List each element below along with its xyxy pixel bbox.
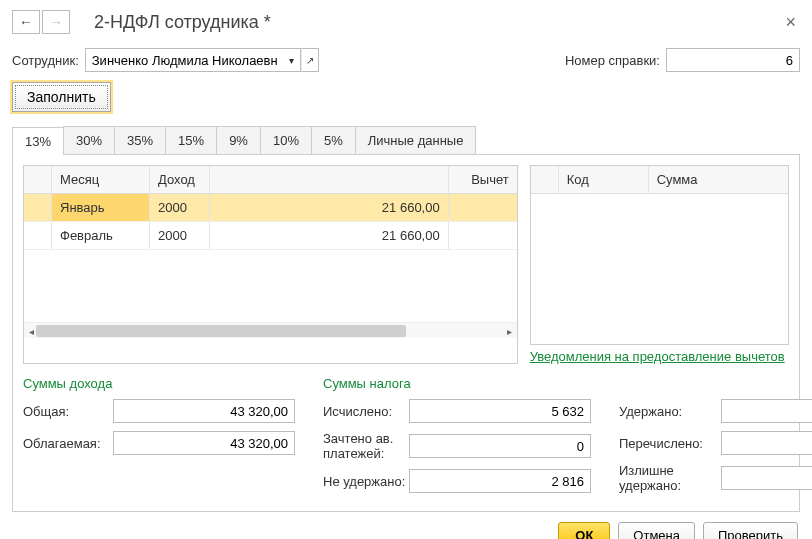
taxable-income-label: Облагаемая: — [23, 436, 113, 451]
horizontal-scrollbar[interactable]: ◂ ▸ — [24, 322, 517, 338]
chevron-down-icon: ▾ — [289, 55, 294, 66]
titlebar: ← → 2-НДФЛ сотрудника * × — [12, 10, 800, 34]
close-icon[interactable]: × — [781, 12, 800, 33]
grid-header-blank — [24, 166, 52, 193]
tax-withheld-input[interactable] — [721, 399, 812, 423]
arrow-right-icon: → — [49, 14, 63, 30]
grid-header-sum: Сумма — [649, 166, 788, 193]
tax-excess-input[interactable] — [721, 466, 812, 490]
employee-label: Сотрудник: — [12, 53, 79, 68]
check-button[interactable]: Проверить — [703, 522, 798, 539]
cell-code: 2000 — [150, 222, 210, 249]
table-row[interactable]: Февраль 2000 21 660,00 — [24, 222, 517, 250]
grid-header-blank — [531, 166, 559, 193]
open-external-icon: ↗ — [306, 55, 314, 66]
tax-transferred-label: Перечислено: — [619, 436, 721, 451]
nav-forward-button[interactable]: → — [42, 10, 70, 34]
grid-header-month: Месяц — [52, 166, 150, 193]
cell-deduction — [449, 222, 517, 249]
tab-35[interactable]: 35% — [114, 126, 166, 154]
grid-header-income: Доход — [150, 166, 210, 193]
employee-input[interactable] — [85, 48, 283, 72]
tax-calc-input[interactable] — [409, 399, 591, 423]
grid-header-code: Код — [559, 166, 649, 193]
tabs: 13% 30% 35% 15% 9% 10% 5% Личные данные — [12, 126, 800, 155]
tab-personal[interactable]: Личные данные — [355, 126, 477, 154]
tab-15[interactable]: 15% — [165, 126, 217, 154]
grid-header-income-val — [210, 166, 449, 193]
cell-month: Январь — [52, 194, 150, 221]
cell-deduction — [449, 194, 517, 221]
tab-13[interactable]: 13% — [12, 127, 64, 155]
tax-notwithheld-input[interactable] — [409, 469, 591, 493]
scroll-thumb[interactable] — [36, 325, 406, 337]
total-income-input[interactable] — [113, 399, 295, 423]
tax-excess-label: Излишне удержано: — [619, 463, 721, 493]
arrow-left-icon: ← — [19, 14, 33, 30]
ref-number-input[interactable] — [666, 48, 800, 72]
nav-back-button[interactable]: ← — [12, 10, 40, 34]
table-row[interactable]: Январь 2000 21 660,00 — [24, 194, 517, 222]
cell-amount: 21 660,00 — [210, 222, 449, 249]
ref-number-label: Номер справки: — [565, 53, 660, 68]
cell-amount: 21 660,00 — [210, 194, 449, 221]
employee-open-button[interactable]: ↗ — [301, 48, 319, 72]
tab-30[interactable]: 30% — [63, 126, 115, 154]
tab-5[interactable]: 5% — [311, 126, 356, 154]
page-title: 2-НДФЛ сотрудника * — [94, 12, 781, 33]
employee-dropdown-button[interactable]: ▾ — [283, 48, 301, 72]
income-summary-title: Суммы дохода — [23, 376, 295, 391]
tab-9[interactable]: 9% — [216, 126, 261, 154]
grid-header-deduction: Вычет — [449, 166, 517, 193]
income-grid[interactable]: Месяц Доход Вычет Январь 2000 21 660,00 — [23, 165, 518, 364]
total-income-label: Общая: — [23, 404, 113, 419]
deductions-grid[interactable]: Код Сумма — [530, 165, 789, 345]
tax-adv-input[interactable] — [409, 434, 591, 458]
tax-adv-label: Зачтено ав. платежей: — [323, 431, 409, 461]
cancel-button[interactable]: Отмена — [618, 522, 695, 539]
tax-notwithheld-label: Не удержано: — [323, 474, 409, 489]
scroll-right-icon: ▸ — [503, 323, 517, 339]
tax-withheld-label: Удержано: — [619, 404, 721, 419]
tab-10[interactable]: 10% — [260, 126, 312, 154]
cell-code: 2000 — [150, 194, 210, 221]
fill-button[interactable]: Заполнить — [12, 82, 111, 112]
tax-summary-title: Суммы налога — [323, 376, 591, 391]
ok-button[interactable]: ОК — [558, 522, 610, 539]
tax-transferred-input[interactable] — [721, 431, 812, 455]
tax-calc-label: Исчислено: — [323, 404, 409, 419]
taxable-income-input[interactable] — [113, 431, 295, 455]
deductions-link[interactable]: Уведомления на предоставление вычетов — [530, 349, 789, 364]
cell-month: Февраль — [52, 222, 150, 249]
